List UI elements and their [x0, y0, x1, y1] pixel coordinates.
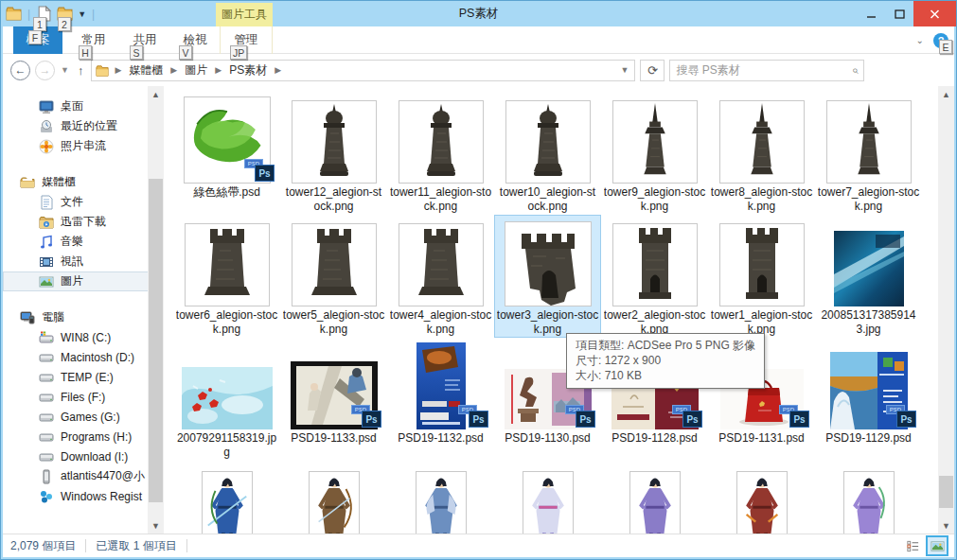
file-tile[interactable]: PSDPsPSD19-1133.psd [280, 338, 387, 461]
file-name: PSD19-1132.psd [390, 431, 492, 461]
scroll-down-icon[interactable]: ▼ [148, 517, 164, 534]
address-bar[interactable]: ▶ 媒體櫃 ▶ 圖片 ▶ PS素材 ▶ ▼ [91, 60, 635, 81]
status-bar: 2,079 個項目 已選取 1 個項目 [3, 534, 954, 557]
file-tile[interactable]: tower3_alegion-stock.png [494, 215, 601, 338]
sidebar-item[interactable]: 音樂 [3, 232, 164, 252]
drive-icon [39, 410, 54, 425]
file-name: 20079291158319.jpg [176, 431, 278, 461]
file-tile[interactable]: tower5_alegion-stock.png [280, 215, 387, 338]
file-tile[interactable] [708, 461, 815, 534]
file-tile[interactable]: 20079291158319.jpg [173, 338, 280, 461]
scrollbar-thumb[interactable] [149, 179, 163, 502]
sidebar-item[interactable]: Windows Regist [3, 486, 164, 506]
file-tile[interactable]: tower4_alegion-stock.png [387, 215, 494, 338]
sidebar-item[interactable]: Games (G:) [3, 407, 164, 427]
figure-blue-robe-thumbnail [416, 471, 467, 534]
up-button[interactable]: ↑ [75, 63, 87, 78]
file-tile[interactable]: tower12_alegion-stock.png [280, 92, 387, 215]
file-tile[interactable] [815, 461, 922, 534]
file-tile[interactable]: tower1_alegion-stock.png [708, 215, 815, 338]
brochure-lake-thumbnail [830, 352, 908, 429]
sidebar-item[interactable]: 桌面 [3, 96, 164, 116]
figure-brown-archer-thumbnail [309, 471, 360, 534]
file-tile[interactable]: tower9_alegion-stock.png [601, 92, 708, 215]
tab-share[interactable]: 共用 [120, 26, 169, 54]
sidebar-item[interactable]: Download (I:) [3, 446, 164, 466]
sidebar-item-label: 電腦 [42, 309, 64, 325]
refresh-button[interactable]: ⟳ [640, 60, 665, 81]
thumbnail-area [708, 215, 815, 306]
close-button[interactable] [913, 1, 956, 26]
sidebar-item[interactable]: 文件 [3, 192, 164, 212]
file-info-tooltip: 項目類型: ACDSee Pro 5 PNG 影像 尺寸: 1272 x 900… [566, 333, 765, 389]
toolbar-separator: | [91, 8, 96, 21]
file-tile[interactable] [601, 461, 708, 534]
videos-icon [39, 254, 54, 270]
scroll-up-icon[interactable]: ▲ [938, 86, 954, 102]
sidebar-item[interactable]: Programs (H:) [3, 427, 164, 446]
sidebar-scrollbar[interactable]: ▲ ▼ [148, 86, 164, 534]
tower-square-thumbnail [612, 223, 698, 306]
sidebar-item-label: atlantis4470@小 [61, 468, 145, 484]
thumbnail-area: PSDPs [815, 338, 922, 429]
breadcrumb-current-folder[interactable]: PS素材 [227, 62, 269, 79]
tab-view[interactable]: 檢視 [170, 26, 220, 54]
explorer-window-icon [6, 6, 22, 22]
scroll-up-icon[interactable]: ▲ [148, 86, 164, 102]
thumbnail-area [387, 215, 494, 306]
sidebar-item[interactable]: 媒體櫃 [3, 172, 164, 192]
file-tile[interactable]: tower7_alegion-stock.png [815, 92, 922, 215]
sidebar-item[interactable]: 視訊 [3, 252, 164, 271]
sidebar-item[interactable]: 最近的位置 [3, 116, 164, 136]
collapse-ribbon-icon[interactable]: ⌄ [916, 35, 924, 45]
sidebar-item[interactable]: Macintosh (D:) [3, 347, 164, 367]
forward-button[interactable]: → [35, 61, 55, 80]
window-body: 檔案 常用 共用 檢視 管理 ⌄ ? ← → ▼ ↑ ▶ 媒體櫃 ▶ 圖片 ▶ … [3, 26, 954, 557]
sidebar-item[interactable]: WIN8 (C:) [3, 327, 164, 347]
qat-customize-dropdown-icon[interactable]: ▼ [78, 9, 86, 19]
sidebar-item[interactable]: TEMP (E:) [3, 367, 164, 387]
sidebar-item[interactable]: atlantis4470@小 [3, 466, 164, 486]
tab-home[interactable]: 常用 [69, 26, 118, 54]
file-tile[interactable] [494, 461, 601, 534]
search-icon[interactable]: ⌕ [852, 63, 859, 77]
address-dropdown-icon[interactable]: ▼ [621, 65, 631, 75]
file-tile[interactable]: PSDPs綠色絲帶.psd [173, 92, 280, 215]
content-scrollbar[interactable]: ▲ ▼ [938, 86, 954, 534]
thumbnail-area [494, 215, 601, 306]
minimize-button[interactable] [857, 1, 885, 26]
file-tile[interactable]: PSDPsPSD19-1132.psd [387, 338, 494, 461]
sidebar-item-label: WIN8 (C:) [61, 331, 111, 344]
file-tile[interactable]: tower2_alegion-stock.png [601, 215, 708, 338]
breadcrumb-pictures[interactable]: 圖片 [183, 62, 209, 79]
thumbnail-area [815, 461, 922, 534]
file-tile[interactable]: PSDPsPSD19-1129.psd [815, 338, 922, 461]
breadcrumb-libraries[interactable]: 媒體櫃 [127, 62, 165, 79]
search-input[interactable] [676, 63, 851, 77]
sidebar-item-label: 圖片 [61, 273, 83, 289]
recent-locations-dropdown-icon[interactable]: ▼ [60, 65, 70, 75]
file-tile[interactable] [387, 461, 494, 534]
file-tile[interactable] [173, 461, 280, 534]
file-tile[interactable]: tower11_alegion-stock.png [387, 92, 494, 215]
file-tile[interactable]: tower8_alegion-stock.png [708, 92, 815, 215]
sidebar-item[interactable]: 照片串流 [3, 136, 164, 156]
file-tile[interactable]: 2008513173859143.jpg [815, 215, 922, 338]
file-tile[interactable]: tower10_alegion-stock.png [494, 92, 601, 215]
drive-icon [39, 429, 54, 445]
sidebar-item[interactable]: 迅雷下載 [3, 212, 164, 232]
file-name: PSD19-1133.psd [283, 431, 385, 461]
thumbnail-area: PSDPs [280, 338, 387, 429]
file-tile[interactable] [280, 461, 387, 534]
sidebar-item[interactable]: 電腦 [3, 307, 164, 327]
scrollbar-thumb[interactable] [939, 476, 953, 508]
scroll-down-icon[interactable]: ▼ [938, 517, 954, 534]
back-button[interactable]: ← [10, 61, 30, 80]
file-tile[interactable]: tower6_alegion-stock.png [173, 215, 280, 338]
sidebar-item[interactable]: Files (F:) [3, 387, 164, 407]
thumbnail-view-button[interactable] [928, 537, 947, 554]
sidebar-item[interactable]: 圖片 [3, 271, 164, 291]
details-view-button[interactable] [903, 537, 922, 554]
tower-spire-thumbnail [612, 100, 698, 184]
maximize-button[interactable] [885, 1, 913, 26]
